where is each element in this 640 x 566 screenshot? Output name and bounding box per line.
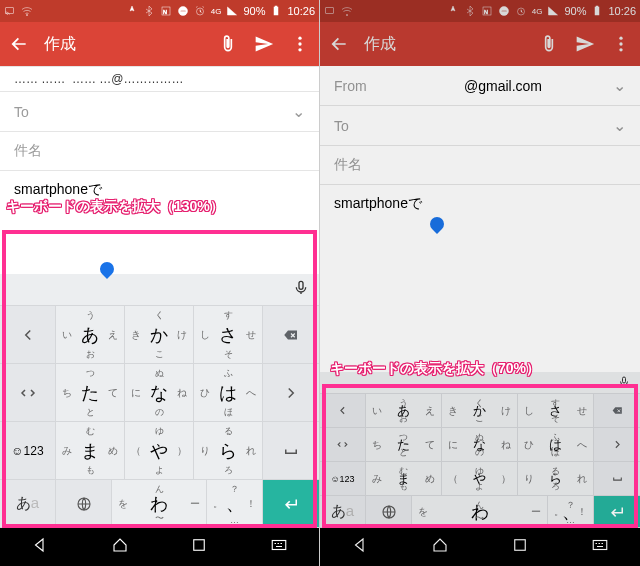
from-row[interactable]: From @gmail.com ⌄ xyxy=(320,66,640,106)
keyboard-bottom-row: あaんをわー〜？。、！… xyxy=(0,480,319,528)
key-lang[interactable]: あa xyxy=(320,496,366,528)
chevron-down-icon[interactable]: ⌄ xyxy=(613,116,626,135)
svg-text:N: N xyxy=(484,9,488,15)
nav-recent[interactable] xyxy=(511,536,529,558)
mic-button[interactable] xyxy=(618,374,630,392)
nav-home[interactable] xyxy=(111,536,129,558)
status-bar: N 4G 90% 10:26 xyxy=(0,0,319,22)
svg-point-26 xyxy=(619,48,622,51)
mic-button[interactable] xyxy=(293,280,309,300)
svg-rect-20 xyxy=(501,11,506,12)
key-lang[interactable]: あa xyxy=(0,480,56,528)
svg-rect-29 xyxy=(593,541,607,550)
attach-button[interactable] xyxy=(217,33,239,55)
key-arrow-right[interactable] xyxy=(594,428,640,462)
key-ら[interactable]: るりられろ xyxy=(518,462,594,496)
key-globe[interactable] xyxy=(56,480,112,528)
subject-row[interactable]: 件名 xyxy=(320,146,640,185)
back-button[interactable] xyxy=(328,33,350,55)
key-backspace[interactable] xyxy=(594,394,640,428)
body-input[interactable]: smartphoneで xyxy=(0,171,319,274)
svg-point-10 xyxy=(298,42,301,45)
key-は[interactable]: ふひはへほ xyxy=(194,364,263,422)
nav-ime[interactable] xyxy=(591,536,609,558)
key-さ[interactable]: すしさせそ xyxy=(518,394,594,428)
key-globe[interactable] xyxy=(366,496,412,528)
back-button[interactable] xyxy=(8,33,30,55)
key-や[interactable]: ゆ（や）よ xyxy=(125,422,194,480)
battery-icon xyxy=(591,5,603,17)
svg-point-1 xyxy=(27,15,28,16)
chevron-down-icon[interactable]: ⌄ xyxy=(613,76,626,95)
caption-left: キーボードの表示を拡大（130%） xyxy=(6,198,224,216)
alarm-icon xyxy=(515,5,527,17)
key-、[interactable]: ？。、！… xyxy=(548,496,594,528)
more-button[interactable] xyxy=(289,33,311,55)
subject-row[interactable]: 件名 xyxy=(0,132,319,171)
keyboard-main: ういあえおくきかけこすしさせそつちたてとぬになねのふひはへほ☺123むみまめもゆ… xyxy=(320,394,640,496)
text-cursor-handle[interactable] xyxy=(427,214,447,234)
key-は[interactable]: ふひはへほ xyxy=(518,428,594,462)
key-わ[interactable]: んをわー〜 xyxy=(112,480,207,528)
key-な[interactable]: ぬになねの xyxy=(125,364,194,422)
battery-icon xyxy=(270,5,282,17)
key-enter[interactable] xyxy=(263,480,319,528)
key-さ[interactable]: すしさせそ xyxy=(194,306,263,364)
nav-home[interactable] xyxy=(431,536,449,558)
key-た[interactable]: つちたてと xyxy=(366,428,442,462)
chevron-down-icon[interactable]: ⌄ xyxy=(292,102,305,121)
key-あ[interactable]: ういあえお xyxy=(366,394,442,428)
key-arrow-lr[interactable] xyxy=(320,428,366,462)
bluetooth-icon xyxy=(464,5,476,17)
key-ま[interactable]: むみまめも xyxy=(56,422,125,480)
key-わ[interactable]: んをわー〜 xyxy=(412,496,548,528)
key-enter[interactable] xyxy=(594,496,640,528)
key-arrow-left[interactable] xyxy=(320,394,366,428)
from-redacted xyxy=(386,79,456,93)
app-bar: 作成 xyxy=(0,22,319,66)
svg-rect-7 xyxy=(274,7,278,15)
app-bar: 作成 xyxy=(320,22,640,66)
key-arrow-lr[interactable] xyxy=(0,364,56,422)
send-button[interactable] xyxy=(253,33,275,55)
key-、[interactable]: ？。、！… xyxy=(207,480,263,528)
key-backspace[interactable] xyxy=(263,306,319,364)
nav-recent[interactable] xyxy=(190,536,208,558)
key-space[interactable] xyxy=(594,462,640,496)
body-text: smartphoneで xyxy=(334,195,422,211)
body-text: smartphoneで xyxy=(14,181,102,197)
key-か[interactable]: くきかけこ xyxy=(125,306,194,364)
to-row[interactable]: To ⌄ xyxy=(320,106,640,146)
to-row[interactable]: To ⌄ xyxy=(0,92,319,132)
key-arrow-right[interactable] xyxy=(263,364,319,422)
key-な[interactable]: ぬになねの xyxy=(442,428,518,462)
key-arrow-left[interactable] xyxy=(0,306,56,364)
send-button[interactable] xyxy=(574,33,596,55)
svg-text:N: N xyxy=(163,9,167,15)
key-あ[interactable]: ういあえお xyxy=(56,306,125,364)
subject-label: 件名 xyxy=(14,142,42,160)
svg-point-16 xyxy=(347,15,348,16)
from-row[interactable]: …… …… …… …@…………… xyxy=(0,66,319,92)
key-mode[interactable]: ☺123 xyxy=(0,422,56,480)
attach-button[interactable] xyxy=(538,33,560,55)
svg-rect-13 xyxy=(194,540,205,551)
svg-rect-15 xyxy=(326,8,334,14)
svg-rect-14 xyxy=(272,541,286,550)
cast-icon xyxy=(324,5,336,17)
key-た[interactable]: つちたてと xyxy=(56,364,125,422)
body-input[interactable]: smartphoneで xyxy=(320,185,640,372)
key-や[interactable]: ゆ（や）よ xyxy=(442,462,518,496)
key-ま[interactable]: むみまめも xyxy=(366,462,442,496)
key-mode[interactable]: ☺123 xyxy=(320,462,366,496)
bluetooth-icon xyxy=(143,5,155,17)
key-ら[interactable]: るりられろ xyxy=(194,422,263,480)
nav-ime[interactable] xyxy=(270,536,288,558)
nav-back[interactable] xyxy=(31,536,49,558)
key-space[interactable] xyxy=(263,422,319,480)
nav-bar xyxy=(320,528,640,566)
more-button[interactable] xyxy=(610,33,632,55)
nav-back[interactable] xyxy=(351,536,369,558)
cast-icon xyxy=(4,5,16,17)
key-か[interactable]: くきかけこ xyxy=(442,394,518,428)
